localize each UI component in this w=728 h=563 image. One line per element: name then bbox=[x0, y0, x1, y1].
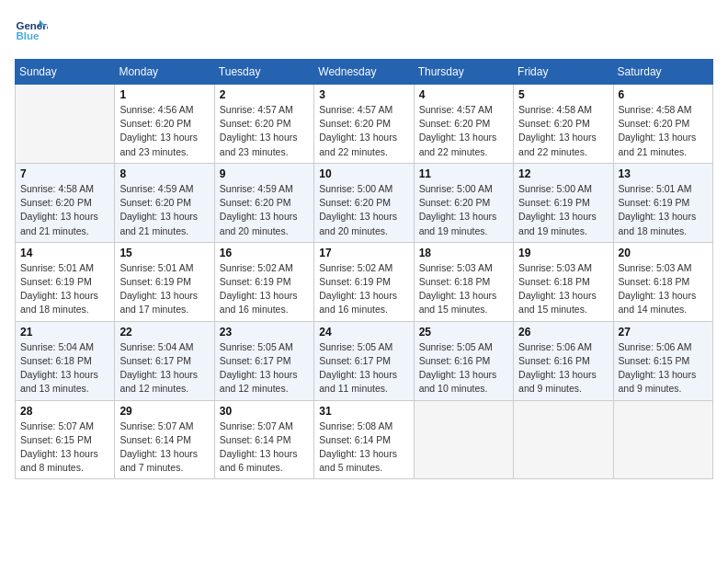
col-header-tuesday: Tuesday bbox=[214, 60, 313, 85]
day-number: 24 bbox=[319, 326, 408, 339]
header-row: SundayMondayTuesdayWednesdayThursdayFrid… bbox=[16, 60, 713, 85]
day-info: Sunrise: 4:56 AMSunset: 6:20 PMDaylight:… bbox=[119, 103, 209, 159]
day-info: Sunrise: 5:07 AMSunset: 6:14 PMDaylight:… bbox=[119, 419, 209, 476]
day-info: Sunrise: 5:01 AMSunset: 6:19 PMDaylight:… bbox=[619, 182, 708, 238]
day-number: 14 bbox=[20, 247, 109, 259]
day-cell-29: 29Sunrise: 5:07 AMSunset: 6:14 PMDayligh… bbox=[115, 400, 214, 479]
day-info: Sunrise: 5:06 AMSunset: 6:16 PMDaylight:… bbox=[518, 340, 608, 396]
day-cell-5: 5Sunrise: 4:58 AMSunset: 6:20 PMDaylight… bbox=[514, 85, 613, 164]
day-number: 9 bbox=[220, 167, 309, 180]
day-number: 8 bbox=[119, 167, 209, 180]
day-info: Sunrise: 5:03 AMSunset: 6:18 PMDaylight:… bbox=[518, 261, 608, 317]
day-cell-3: 3Sunrise: 4:57 AMSunset: 6:20 PMDaylight… bbox=[314, 85, 414, 164]
day-number: 13 bbox=[619, 167, 708, 180]
day-number: 10 bbox=[319, 167, 408, 180]
day-info: Sunrise: 4:59 AMSunset: 6:20 PMDaylight:… bbox=[220, 182, 309, 238]
day-info: Sunrise: 5:03 AMSunset: 6:18 PMDaylight:… bbox=[619, 261, 708, 317]
empty-cell bbox=[514, 400, 613, 479]
day-cell-11: 11Sunrise: 5:00 AMSunset: 6:20 PMDayligh… bbox=[414, 163, 513, 242]
day-number: 19 bbox=[518, 247, 608, 259]
day-cell-28: 28Sunrise: 5:07 AMSunset: 6:15 PMDayligh… bbox=[16, 400, 115, 479]
day-number: 23 bbox=[220, 326, 309, 339]
page-header: General Blue bbox=[15, 15, 713, 48]
day-info: Sunrise: 5:07 AMSunset: 6:14 PMDaylight:… bbox=[220, 419, 309, 476]
day-info: Sunrise: 5:04 AMSunset: 6:18 PMDaylight:… bbox=[20, 340, 109, 396]
day-number: 27 bbox=[619, 326, 708, 339]
day-cell-20: 20Sunrise: 5:03 AMSunset: 6:18 PMDayligh… bbox=[613, 242, 712, 321]
day-cell-1: 1Sunrise: 4:56 AMSunset: 6:20 PMDaylight… bbox=[115, 85, 214, 164]
day-cell-19: 19Sunrise: 5:03 AMSunset: 6:18 PMDayligh… bbox=[514, 242, 613, 321]
logo: General Blue bbox=[15, 15, 48, 48]
day-info: Sunrise: 4:57 AMSunset: 6:20 PMDaylight:… bbox=[319, 103, 408, 159]
day-info: Sunrise: 5:06 AMSunset: 6:15 PMDaylight:… bbox=[619, 340, 708, 396]
day-cell-8: 8Sunrise: 4:59 AMSunset: 6:20 PMDaylight… bbox=[115, 163, 214, 242]
week-row-3: 14Sunrise: 5:01 AMSunset: 6:19 PMDayligh… bbox=[16, 242, 713, 321]
day-number: 31 bbox=[319, 405, 408, 418]
day-info: Sunrise: 5:05 AMSunset: 6:17 PMDaylight:… bbox=[220, 340, 309, 396]
day-number: 25 bbox=[419, 326, 508, 339]
empty-cell bbox=[16, 85, 115, 164]
day-info: Sunrise: 5:02 AMSunset: 6:19 PMDaylight:… bbox=[220, 261, 309, 317]
day-cell-14: 14Sunrise: 5:01 AMSunset: 6:19 PMDayligh… bbox=[16, 242, 115, 321]
day-cell-2: 2Sunrise: 4:57 AMSunset: 6:20 PMDaylight… bbox=[214, 85, 313, 164]
day-cell-10: 10Sunrise: 5:00 AMSunset: 6:20 PMDayligh… bbox=[314, 163, 414, 242]
day-number: 1 bbox=[119, 88, 209, 101]
col-header-sunday: Sunday bbox=[16, 60, 115, 85]
day-number: 16 bbox=[220, 247, 309, 259]
day-cell-22: 22Sunrise: 5:04 AMSunset: 6:17 PMDayligh… bbox=[115, 321, 214, 400]
day-number: 11 bbox=[419, 167, 508, 180]
day-cell-18: 18Sunrise: 5:03 AMSunset: 6:18 PMDayligh… bbox=[414, 242, 513, 321]
calendar-table: SundayMondayTuesdayWednesdayThursdayFrid… bbox=[15, 59, 713, 479]
col-header-wednesday: Wednesday bbox=[314, 60, 414, 85]
day-cell-30: 30Sunrise: 5:07 AMSunset: 6:14 PMDayligh… bbox=[214, 400, 313, 479]
week-row-2: 7Sunrise: 4:58 AMSunset: 6:20 PMDaylight… bbox=[16, 163, 713, 242]
day-number: 15 bbox=[119, 247, 209, 259]
day-cell-21: 21Sunrise: 5:04 AMSunset: 6:18 PMDayligh… bbox=[16, 321, 115, 400]
day-info: Sunrise: 4:58 AMSunset: 6:20 PMDaylight:… bbox=[619, 103, 708, 159]
day-cell-17: 17Sunrise: 5:02 AMSunset: 6:19 PMDayligh… bbox=[314, 242, 414, 321]
week-row-1: 1Sunrise: 4:56 AMSunset: 6:20 PMDaylight… bbox=[16, 85, 713, 164]
day-cell-9: 9Sunrise: 4:59 AMSunset: 6:20 PMDaylight… bbox=[214, 163, 313, 242]
day-info: Sunrise: 5:07 AMSunset: 6:15 PMDaylight:… bbox=[20, 419, 109, 476]
week-row-5: 28Sunrise: 5:07 AMSunset: 6:15 PMDayligh… bbox=[16, 400, 713, 479]
day-cell-23: 23Sunrise: 5:05 AMSunset: 6:17 PMDayligh… bbox=[214, 321, 313, 400]
col-header-monday: Monday bbox=[115, 60, 214, 85]
day-cell-15: 15Sunrise: 5:01 AMSunset: 6:19 PMDayligh… bbox=[115, 242, 214, 321]
week-row-4: 21Sunrise: 5:04 AMSunset: 6:18 PMDayligh… bbox=[16, 321, 713, 400]
day-cell-4: 4Sunrise: 4:57 AMSunset: 6:20 PMDaylight… bbox=[414, 85, 513, 164]
day-info: Sunrise: 5:04 AMSunset: 6:17 PMDaylight:… bbox=[119, 340, 209, 396]
day-number: 20 bbox=[619, 247, 708, 259]
day-number: 7 bbox=[20, 167, 109, 180]
col-header-thursday: Thursday bbox=[414, 60, 513, 85]
day-number: 29 bbox=[119, 405, 209, 418]
day-cell-7: 7Sunrise: 4:58 AMSunset: 6:20 PMDaylight… bbox=[16, 163, 115, 242]
day-cell-25: 25Sunrise: 5:05 AMSunset: 6:16 PMDayligh… bbox=[414, 321, 513, 400]
day-info: Sunrise: 4:58 AMSunset: 6:20 PMDaylight:… bbox=[20, 182, 109, 238]
col-header-friday: Friday bbox=[514, 60, 613, 85]
day-number: 17 bbox=[319, 247, 408, 259]
day-number: 2 bbox=[220, 88, 309, 101]
day-cell-6: 6Sunrise: 4:58 AMSunset: 6:20 PMDaylight… bbox=[613, 85, 712, 164]
day-info: Sunrise: 4:59 AMSunset: 6:20 PMDaylight:… bbox=[119, 182, 209, 238]
day-info: Sunrise: 5:01 AMSunset: 6:19 PMDaylight:… bbox=[20, 261, 109, 317]
empty-cell bbox=[414, 400, 513, 479]
day-info: Sunrise: 5:02 AMSunset: 6:19 PMDaylight:… bbox=[319, 261, 408, 317]
day-info: Sunrise: 4:58 AMSunset: 6:20 PMDaylight:… bbox=[518, 103, 608, 159]
col-header-saturday: Saturday bbox=[613, 60, 712, 85]
day-cell-12: 12Sunrise: 5:00 AMSunset: 6:19 PMDayligh… bbox=[514, 163, 613, 242]
day-info: Sunrise: 5:05 AMSunset: 6:16 PMDaylight:… bbox=[419, 340, 508, 396]
logo-icon: General Blue bbox=[15, 15, 48, 48]
day-info: Sunrise: 5:05 AMSunset: 6:17 PMDaylight:… bbox=[319, 340, 408, 396]
day-number: 6 bbox=[619, 88, 708, 101]
day-info: Sunrise: 5:03 AMSunset: 6:18 PMDaylight:… bbox=[419, 261, 508, 317]
day-cell-27: 27Sunrise: 5:06 AMSunset: 6:15 PMDayligh… bbox=[613, 321, 712, 400]
day-info: Sunrise: 4:57 AMSunset: 6:20 PMDaylight:… bbox=[419, 103, 508, 159]
day-number: 3 bbox=[319, 88, 408, 101]
empty-cell bbox=[613, 400, 712, 479]
day-info: Sunrise: 5:00 AMSunset: 6:20 PMDaylight:… bbox=[419, 182, 508, 238]
day-info: Sunrise: 5:08 AMSunset: 6:14 PMDaylight:… bbox=[319, 419, 408, 476]
svg-text:General: General bbox=[16, 20, 48, 31]
day-number: 21 bbox=[20, 326, 109, 339]
day-cell-26: 26Sunrise: 5:06 AMSunset: 6:16 PMDayligh… bbox=[514, 321, 613, 400]
day-cell-31: 31Sunrise: 5:08 AMSunset: 6:14 PMDayligh… bbox=[314, 400, 414, 479]
